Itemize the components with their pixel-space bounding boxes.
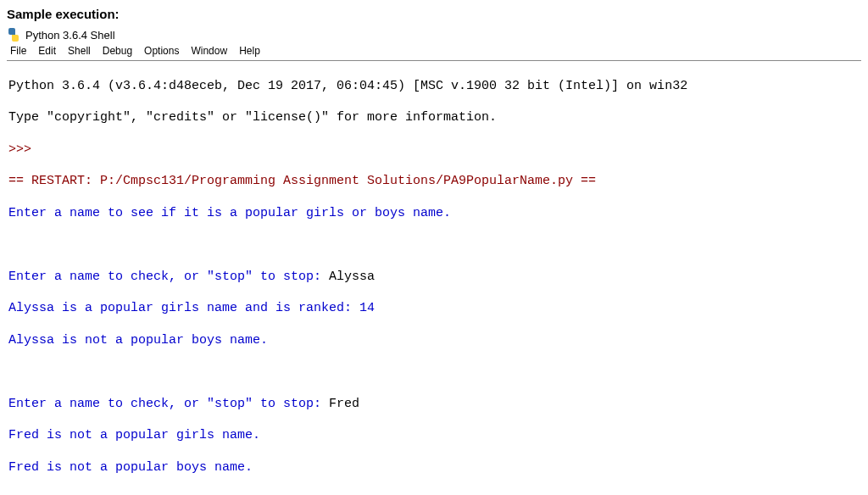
restart-line: == RESTART: P:/Cmpsc131/Programming Assi… (8, 174, 860, 190)
page-title: Sample execution: (7, 7, 861, 21)
prompt: >>> (8, 142, 860, 159)
menu-shell[interactable]: Shell (68, 45, 91, 57)
banner-line: Type "copyright", "credits" or "license(… (8, 110, 860, 126)
menu-bar: File Edit Shell Debug Options Window Hel… (7, 43, 861, 58)
output-line: Fred is not a popular girls name. (8, 428, 860, 444)
console-output[interactable]: Python 3.6.4 (v3.6.4:d48eceb, Dec 19 201… (7, 60, 861, 495)
menu-debug[interactable]: Debug (103, 45, 132, 57)
menu-edit[interactable]: Edit (38, 45, 56, 57)
output-line (8, 364, 860, 381)
menu-window[interactable]: Window (191, 45, 227, 57)
window-title: Python 3.6.4 Shell (25, 29, 115, 42)
window-title-bar: Python 3.6.4 Shell (7, 28, 861, 42)
menu-help[interactable]: Help (239, 45, 260, 57)
python-icon (7, 28, 20, 42)
output-line: Enter a name to check, or "stop" to stop… (8, 397, 860, 413)
output-line (8, 492, 860, 495)
menu-options[interactable]: Options (144, 45, 179, 57)
user-input: Alyssa (329, 270, 375, 284)
output-line: Enter a name to see if it is a popular g… (8, 206, 860, 222)
output-line: Enter a name to check, or "stop" to stop… (8, 270, 860, 286)
user-input: Fred (329, 397, 359, 411)
output-line (8, 237, 860, 253)
banner-line: Python 3.6.4 (v3.6.4:d48eceb, Dec 19 201… (8, 79, 860, 95)
output-line: Alyssa is a popular girls name and is ra… (8, 301, 860, 317)
output-line: Alyssa is not a popular boys name. (8, 333, 860, 349)
output-line: Fred is not a popular boys name. (8, 460, 860, 476)
menu-file[interactable]: File (10, 45, 26, 57)
